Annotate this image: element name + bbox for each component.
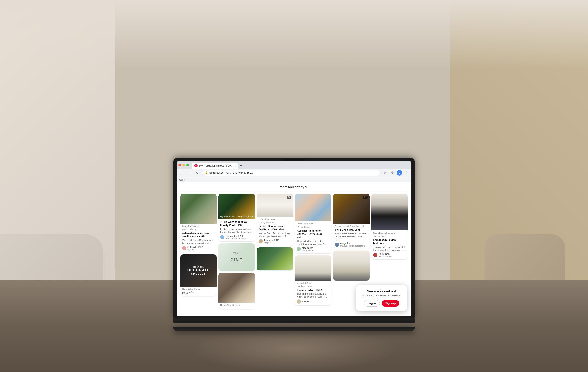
address-bar[interactable]: 🔒 pinterest.com/pin/70437484335821/ (202, 170, 381, 176)
pin-card-lanterns[interactable]: Diy Para A Casa · Living Room Sca... 7 F… (219, 194, 255, 242)
mint-pine-plus: + (230, 254, 243, 258)
laptop-brand-label: MacBook Pro (173, 324, 415, 327)
mint-pine-overlay: MINT + PINE (230, 252, 243, 263)
browser-window: P 30+ Inspirational Modern Liv... ✕ + ← … (177, 161, 411, 316)
pin-card-minimalist-shelf[interactable] (333, 251, 369, 281)
pin-author: gracelover home decor (297, 247, 329, 252)
pin-tags: Living Room Green · Boho Living R... (182, 225, 215, 231)
pin-desc: Modern Boho farmhouse living room inspir… (259, 232, 291, 238)
masonry-col-2: Diy Para A Casa · Living Room Sca... 7 F… (219, 194, 255, 316)
author-avatar (297, 299, 301, 304)
pin-tag: Home Office Shelves (220, 304, 240, 306)
author-name: Aulani GOULD (264, 239, 279, 242)
pinterest-content: More ideas for you Living Room Green (177, 182, 411, 316)
masonry-col-6: Room Design Bedroom · Bedroom F... archi… (371, 194, 408, 316)
pin-desc: Looking for a fun way to display family … (220, 228, 253, 234)
laptop: P 30+ Inspirational Modern Liv... ✕ + ← … (173, 158, 415, 331)
background-top (0, 0, 588, 69)
extension-icon[interactable]: ⚙ (389, 170, 396, 176)
signed-out-buttons: Log in Sign-up (362, 300, 401, 307)
toolbar-right: ☆ ⚙ G ⋮ (382, 170, 410, 176)
author-board: Bedroom ideas (378, 255, 393, 258)
masonry-col-1: Living Room Green · Boho Living R... sof… (180, 194, 217, 316)
pin-card-dark-office[interactable]: HOW TO: DECORATE SHELVES Home Office She… (180, 254, 217, 296)
author-board: Home decor · Botanical (226, 237, 247, 240)
pin-tag: Boho Living Room (259, 218, 276, 220)
tab-close-button[interactable]: ✕ (234, 164, 236, 167)
author-board: top pins (264, 242, 279, 244)
masonry-col-3: Boho Living Room · Living Room In... min… (257, 194, 293, 316)
pin-image-mint-pine: MINT + PINE (219, 243, 255, 271)
author-avatar (259, 239, 263, 243)
pin-image-lanterns: Diy Para A Casa · Living Room Sca... (219, 194, 255, 219)
overlay-medium: SHELVES (188, 272, 210, 275)
laptop-base (173, 327, 415, 331)
close-button[interactable] (178, 164, 181, 166)
laptop-body: P 30+ Inspirational Modern Liv... ✕ + ← … (173, 158, 415, 331)
lock-icon: 🔒 (205, 171, 208, 174)
login-button[interactable]: Log in (364, 300, 380, 307)
profile-avatar[interactable]: G (397, 170, 402, 176)
pin-desc: Standing or lying, against the wall or t… (297, 292, 329, 298)
new-tab-button[interactable]: + (238, 163, 244, 169)
pin-info: Living Room Green · Boho Living R... sof… (180, 223, 217, 253)
table-reflection (191, 326, 397, 372)
reload-button[interactable]: ↻ (194, 170, 200, 176)
pin-title: Shoe Shelf with Seat (335, 228, 368, 231)
author-avatar (297, 247, 301, 251)
pin-card-etagere[interactable]: Minimalist Room · Minimalist Furni... Ét… (295, 255, 331, 305)
pin-info: Boho Living Room · Living Room In... min… (257, 217, 293, 246)
pin-author: ThemedPrintsArt Home decor · Botanical (220, 235, 253, 240)
laptop-camera (283, 159, 305, 161)
signed-out-desc: Sign in to get the best experience (362, 294, 401, 297)
author-name: Valérie B (302, 300, 311, 303)
pin-tag: · Bedroom F... (373, 235, 386, 237)
pin-tag: Living Room Interior (297, 223, 315, 225)
pin-title: sofas ideas living room small spaces lea… (182, 231, 215, 238)
pin-tags: Living Room Interior · Room Decor... (297, 223, 329, 228)
author-name: Sakura LOPEZ (188, 246, 203, 248)
author-avatar (335, 243, 339, 247)
author-board: my pins (188, 248, 203, 251)
minimize-button[interactable] (182, 164, 185, 166)
pin-info: First Apartment Decorating · Inter... Sh… (333, 223, 369, 249)
section-title: More ideas for you (177, 182, 411, 191)
menu-icon[interactable]: ⋮ (403, 170, 410, 176)
overlay-small: HOW TO: (188, 266, 210, 268)
mint-pine-line3: PINE (230, 258, 243, 263)
author-board: home decor (302, 249, 313, 252)
back-button[interactable]: ← (178, 170, 185, 176)
pin-card-bedroom[interactable]: Room Design Bedroom · Bedroom F... archi… (371, 194, 408, 259)
privacy-label: Privacy (182, 292, 190, 295)
pin-tag: Minimalist Room (297, 282, 312, 284)
pin-info: Room Design Bedroom · Bedroom F... archi… (371, 231, 408, 259)
bookmark-icon[interactable]: ☆ (382, 170, 388, 176)
active-tab[interactable]: P 30+ Inspirational Modern Liv... ✕ (192, 163, 238, 169)
signup-button[interactable]: Sign-up (382, 300, 399, 307)
author-board: #vasagie Room inspiration (340, 245, 365, 247)
pin-author: Valérie B (297, 299, 329, 304)
pin-title: minecraft living room furniture coffee t… (259, 224, 291, 231)
pin-image-living-green (180, 194, 217, 223)
pin-card-mint-pine[interactable]: MINT + PINE (219, 243, 255, 271)
tab-bar: P 30+ Inspirational Modern Liv... ✕ + (192, 161, 410, 169)
signed-out-overlay: You are signed out Sign in to get the be… (356, 285, 407, 311)
author-name: ThemedPrintsArt (226, 235, 247, 237)
maximize-button[interactable] (186, 164, 189, 166)
laptop-lid: P 30+ Inspirational Modern Liv... ✕ + ← … (173, 158, 415, 318)
pin-card-abstract-canvas[interactable]: Living Room Interior · Room Decor... Abs… (295, 194, 331, 254)
pin-card-shelf-seat[interactable]: First Apartment Decorating · Inter... Sh… (333, 194, 369, 249)
pin-card-green-room[interactable] (257, 247, 293, 270)
pin-tag: First Apartment Decorating (335, 225, 359, 227)
pin-card-white-living[interactable]: Boho Living Room · Living Room In... min… (257, 194, 293, 246)
pin-image-green-room (257, 247, 293, 270)
mint-pine-line1: MINT (230, 252, 243, 254)
pin-desc: Rustic weathered sand surface for an old… (335, 232, 368, 241)
pin-image-dark-office: HOW TO: DECORATE SHELVES (180, 254, 217, 287)
pin-card-living-green[interactable]: Living Room Green · Boho Living R... sof… (180, 194, 217, 253)
pin-tag: Home Office Shelves (182, 288, 201, 290)
pin-card-shelf-decor[interactable]: Home Office Shelves (219, 273, 255, 309)
tab-favicon: P (194, 164, 198, 167)
forward-button[interactable]: → (186, 170, 193, 176)
pin-tags: Boho Living Room · Living Room In... (259, 218, 291, 223)
